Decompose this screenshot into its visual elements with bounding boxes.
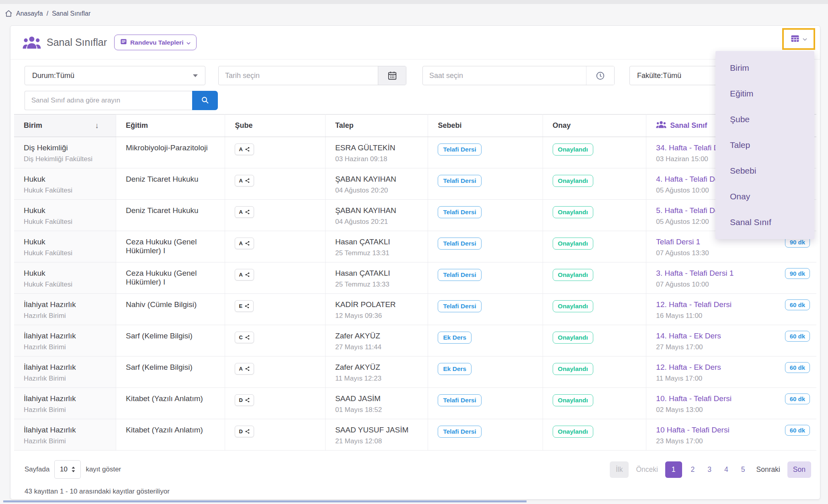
table-row: Hukuk Hukuk Fakültesi Ceza Hukuku (Genel… [14, 231, 816, 262]
table-row: İlahiyat Hazırlık Hazırlık Birimi Sarf (… [14, 356, 816, 388]
spinner-arrows-icon [71, 466, 76, 473]
search-input[interactable] [25, 91, 192, 110]
birim-name: Hukuk [24, 206, 109, 215]
column-header-talep[interactable]: Talep [325, 115, 428, 137]
share-icon [245, 241, 250, 246]
egitim-name: Nahiv (Cümle Bilgisi) [126, 300, 218, 309]
page-size-prefix: Sayfada [25, 465, 49, 473]
pagination-next[interactable]: Sonraki [754, 461, 783, 478]
pagination-prev[interactable]: Önceki [633, 461, 660, 478]
sube-badge[interactable]: E [235, 300, 254, 312]
sube-badge[interactable]: D [235, 394, 254, 406]
breadcrumb-item-current: Sanal Sınıflar [52, 10, 90, 17]
pagination-page-5[interactable]: 5 [737, 461, 749, 478]
column-menu-item-onay[interactable]: Onay [715, 184, 814, 209]
duration-badge: 60 dk [785, 393, 810, 404]
column-header-egitim[interactable]: Eğitim [116, 115, 225, 137]
table-row: İlahiyat Hazırlık Hazırlık Birimi Sarf (… [14, 325, 816, 356]
share-icon [245, 209, 250, 215]
column-visibility-button[interactable] [782, 28, 815, 50]
sanal-sinif-link[interactable]: 10 Hafta - Telafi Dersi [656, 426, 729, 434]
table-row: Diş Hekimliği Diş Hekimliği Fakültesi Mi… [14, 137, 816, 168]
column-header-onay[interactable]: Onay [543, 115, 646, 137]
egitim-name: Mikrobiyoloji-Parazitoloji [126, 143, 218, 152]
page-size-control: Sayfada 10 kayıt göster [25, 460, 121, 479]
search-icon [201, 96, 209, 106]
column-chooser-menu: BirimEğitimŞubeTalepSebebiOnaySanal Sını… [715, 51, 814, 239]
clock-icon[interactable] [586, 66, 614, 85]
pagination-page-3[interactable]: 3 [703, 461, 715, 478]
durum-select[interactable]: Durum:Tümü [25, 66, 205, 85]
column-header-sebebi[interactable]: Sebebi [428, 115, 543, 137]
calendar-icon[interactable] [378, 66, 406, 85]
onay-badge: Onaylandı [553, 269, 593, 281]
sube-badge[interactable]: A [235, 206, 254, 218]
sebebi-badge: Ek Ders [438, 332, 471, 344]
column-menu-item-şube[interactable]: Şube [715, 107, 814, 132]
egitim-name: Sarf (Kelime Bilgisi) [126, 363, 218, 372]
sanal-sinif-link[interactable]: 12. Hafta - Telafi Dersi [656, 300, 732, 309]
main-card: Sanal Sınıflar Randevu Talepleri Durum:T… [10, 25, 820, 500]
sube-badge[interactable]: A [235, 143, 254, 155]
column-menu-item-sanal-sınıf[interactable]: Sanal Sınıf [715, 209, 814, 235]
search-group [25, 91, 218, 110]
talep-date: 11 Mayıs 12:23 [335, 375, 421, 383]
pagination-page-1[interactable]: 1 [665, 461, 682, 478]
birim-faculty: Hukuk Fakültesi [24, 249, 109, 257]
birim-name: Hukuk [24, 238, 109, 246]
sort-descending-icon[interactable]: ↓ [95, 121, 99, 130]
column-header-birim[interactable]: Birim ↓ [14, 115, 116, 137]
birim-faculty: Diş Hekimliği Fakültesi [24, 155, 109, 163]
time-filter-group [422, 66, 615, 85]
column-menu-item-talep[interactable]: Talep [715, 132, 814, 158]
sanal-sinif-link[interactable]: 3. Hafta - Telafi Dersi 1 [656, 269, 734, 277]
date-input[interactable] [219, 66, 378, 85]
pagination-last[interactable]: Son [787, 461, 811, 478]
records-info: 43 kayıttan 1 - 10 arasındaki kayıtlar g… [25, 488, 820, 496]
column-menu-item-sebebi[interactable]: Sebebi [715, 158, 814, 184]
sebebi-badge: Telafi Dersi [438, 238, 481, 250]
sube-letter: A [239, 272, 242, 278]
fakulte-select-value: Fakülte:Tümü [637, 72, 681, 80]
pagination-first[interactable]: İlk [610, 461, 629, 478]
talep-name: ESRA GÜLTEKİN [335, 143, 421, 152]
talep-name: KADİR POLATER [335, 300, 421, 309]
sebebi-badge: Telafi Dersi [438, 206, 481, 218]
sanal-sinif-link[interactable]: 12. Hafta - Ek Ders [656, 363, 721, 371]
sanal-sinif-link[interactable]: 14. Hafta - Ek Ders [656, 332, 721, 340]
table-row: Hukuk Hukuk Fakültesi Deniz Ticaret Huku… [14, 200, 816, 231]
search-button[interactable] [192, 91, 218, 110]
pagination-page-4[interactable]: 4 [720, 461, 732, 478]
share-icon [245, 272, 250, 277]
onay-badge: Onaylandı [553, 300, 593, 312]
share-icon [245, 178, 250, 183]
date-filter-group [218, 66, 406, 85]
share-icon [245, 147, 250, 152]
onay-badge: Onaylandı [553, 143, 593, 156]
sebebi-badge: Telafi Dersi [438, 143, 481, 156]
sube-badge[interactable]: A [235, 269, 254, 281]
sanal-sinif-link[interactable]: Telafi Dersi 1 [656, 238, 700, 246]
column-header-sube[interactable]: Şube [225, 115, 326, 137]
page-size-select[interactable]: 10 [54, 460, 81, 479]
column-menu-item-eğitim[interactable]: Eğitim [715, 81, 814, 107]
sebebi-badge: Telafi Dersi [438, 300, 481, 312]
sanal-sinif-link[interactable]: 10. Hafta - Telafi Dersi [656, 394, 732, 403]
sube-badge[interactable]: A [235, 238, 254, 249]
sube-badge[interactable]: D [235, 426, 254, 437]
home-icon[interactable] [5, 10, 12, 17]
pagination-page-2[interactable]: 2 [687, 461, 699, 478]
sube-badge[interactable]: A [235, 363, 254, 375]
time-input[interactable] [423, 66, 586, 85]
talep-date: 27 Mayıs 11:44 [335, 343, 421, 351]
birim-name: İlahiyat Hazırlık [24, 300, 109, 309]
page-size-value: 10 [60, 465, 68, 473]
sube-badge[interactable]: A [235, 175, 254, 186]
randevu-talepleri-button[interactable]: Randevu Talepleri [114, 35, 197, 50]
breadcrumb-separator: / [47, 10, 48, 17]
talep-date: 04 Ağustos 20:21 [335, 218, 421, 226]
breadcrumb-item-home[interactable]: Anasayfa [16, 10, 43, 17]
column-menu-item-birim[interactable]: Birim [715, 55, 814, 81]
pagination: İlk Önceki 12345 Sonraki Son [610, 461, 811, 478]
sube-badge[interactable]: C [235, 332, 254, 343]
